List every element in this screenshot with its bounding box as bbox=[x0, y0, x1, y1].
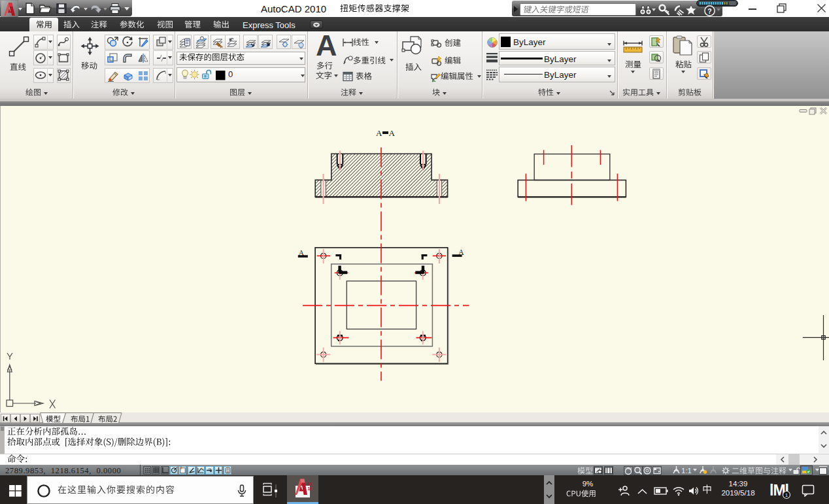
svg-text:10: 10 bbox=[307, 486, 313, 491]
svg-text:1: 1 bbox=[785, 492, 788, 498]
svg-text:20: 20 bbox=[307, 482, 313, 486]
svg-text:?: ? bbox=[707, 7, 711, 15]
